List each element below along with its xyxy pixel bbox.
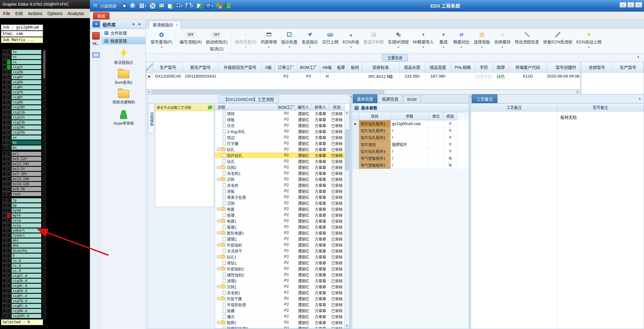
layer-row-bz13-10b[interactable]: bz13-10b — [3, 177, 42, 181]
toolbar-button-0[interactable]: 型号查询(P)▼ — [149, 31, 174, 49]
layer-row-sig9b[interactable]: sig9b — [3, 100, 42, 105]
layer-visibility-toggle[interactable] — [3, 140, 6, 145]
nav-back-icon[interactable]: ◄ — [131, 22, 135, 26]
layer-color-swatch[interactable] — [7, 293, 11, 298]
layer-row-sig8t[interactable]: sig8t — [3, 95, 42, 100]
layer-visibility-toggle[interactable] — [3, 293, 6, 298]
tree-row-22[interactable]: −外层蚀刻P2谭丽红方章章已审核 — [215, 242, 349, 248]
layer-color-swatch[interactable] — [7, 105, 11, 110]
sidebar-group-0[interactable]: 文件处理 — [102, 29, 146, 37]
tree-row-33[interactable]: 贴膜P2谭丽红方章章已审核 — [215, 308, 349, 314]
grid-col-16[interactable]: 型号创建时 — [547, 62, 580, 73]
layer-color-swatch[interactable] — [7, 299, 11, 303]
layer-color-swatch[interactable] — [7, 288, 11, 293]
grid-col-3[interactable]: S板 — [262, 62, 275, 73]
layer-row-ydkdrl[interactable]: ydkdrl — [3, 228, 42, 233]
layer-color-swatch[interactable] — [7, 203, 11, 208]
toolbar-button-1[interactable]: OFF编写流程(R) — [178, 31, 203, 45]
layer-color-swatch[interactable] — [7, 198, 11, 203]
tree-row-20[interactable]: −图形电镀1P2谭丽红方章章已审核 — [215, 230, 349, 236]
layer-row-bz7-10t[interactable]: bz7-10t — [3, 172, 42, 176]
layer-visibility-toggle[interactable] — [3, 135, 6, 140]
layer-color-swatch[interactable] — [7, 263, 11, 268]
layer-color-swatch[interactable] — [7, 248, 11, 253]
layer-color-swatch[interactable] — [7, 55, 11, 59]
tree-row-34[interactable]: 曝光P2谭丽红方章章已审核 — [215, 314, 349, 320]
layer-color-swatch[interactable] — [7, 167, 11, 171]
layer-row-cs-d[interactable]: cs.d — [3, 268, 42, 273]
layer-visibility-toggle[interactable] — [3, 125, 6, 130]
layer-row-to-d[interactable]: to.d — [3, 258, 42, 263]
dropdown-caret-icon[interactable]: ▼ — [501, 46, 504, 49]
layer-row-rout[interactable]: rout — [3, 192, 42, 196]
toolbar-button-13[interactable]: 数据对比▼ — [452, 31, 471, 49]
layer-visibility-toggle[interactable] — [3, 60, 6, 64]
layer-visibility-toggle[interactable] — [3, 283, 6, 288]
layer-color-swatch[interactable] — [7, 218, 11, 223]
grid-col-11[interactable]: 成品宽度 — [425, 62, 451, 73]
tree-row-27[interactable]: 碱性蚀刻2P2谭丽红方章章已审核 — [215, 272, 349, 278]
layer-row-dhb[interactable]: dhb — [3, 243, 42, 248]
dropdown-caret-icon[interactable]: ▾ — [212, 4, 213, 8]
layer-color-swatch[interactable] — [7, 140, 11, 145]
dropdown-caret-icon[interactable]: ▼ — [442, 46, 445, 49]
layer-color-swatch[interactable] — [7, 213, 11, 218]
info-row-selector[interactable] — [352, 148, 359, 155]
layer-row-bydd[interactable]: bydd — [3, 208, 42, 213]
apps-icon[interactable] — [175, 3, 180, 8]
layer-visibility-toggle[interactable] — [3, 309, 6, 313]
monitor-icon[interactable] — [206, 3, 211, 8]
taskbar-tool[interactable] — [150, 3, 155, 8]
layer-color-swatch[interactable] — [7, 60, 11, 64]
notebook-icon[interactable] — [225, 3, 230, 8]
toolbar-button-6[interactable]: 发送指示▼ — [300, 31, 319, 49]
layer-visibility-toggle[interactable] — [3, 85, 6, 90]
layer-row-sig4t-d[interactable]: sig4t.d — [3, 283, 42, 288]
grid-col-7[interactable]: 板厚 — [335, 62, 348, 73]
layer-row-bz3-5t[interactable]: bz3-5t — [3, 167, 42, 171]
tree-row-16[interactable]: −电镀P2谭丽红方章章已审核 — [215, 206, 349, 212]
tree-row-11[interactable]: −沉铜P2谭丽红方章章已审核 — [215, 176, 349, 182]
layer-color-swatch[interactable] — [7, 283, 11, 288]
layer-color-swatch[interactable] — [7, 182, 11, 186]
info-value-cell[interactable]: / — [391, 134, 429, 141]
layer-visibility-toggle[interactable] — [3, 65, 6, 69]
yx-app-icon[interactable] — [92, 32, 100, 40]
layer-row-sig14t[interactable]: sig14t — [3, 125, 42, 130]
layer-visibility-toggle[interactable] — [3, 228, 6, 233]
taskbar-tool[interactable] — [225, 3, 230, 8]
toolbar-button-8[interactable]: ECN升级▼ — [341, 31, 361, 49]
dropdown-caret-icon[interactable]: ▼ — [422, 46, 425, 49]
toolbar-button-3[interactable]: 保存信息(S)▼ — [233, 31, 258, 49]
layer-row-bz8-5b[interactable]: bz8-5b — [3, 187, 42, 191]
off-toggle[interactable]: OFF — [185, 32, 196, 37]
tree-row-26[interactable]: −外层蚀刻2P2谭丽红方章章已审核 — [215, 266, 349, 272]
info-row-6[interactable]: 导气垫板程序2/N — [352, 162, 469, 169]
info-value-cell[interactable]: / — [391, 127, 429, 134]
taskbar-tool[interactable] — [130, 3, 136, 8]
tree-col-4[interactable]: 状态 — [329, 104, 345, 111]
tree-col-1[interactable]: BOM工厂 — [278, 104, 295, 111]
layer-color-swatch[interactable] — [7, 278, 11, 283]
tree-vertical-scrollbar[interactable]: ▲ ▼ — [344, 111, 349, 328]
grid-col-6[interactable]: AB板 — [320, 62, 335, 73]
dropdown-caret-icon[interactable]: ▼ — [160, 46, 163, 49]
layer-color-swatch[interactable] — [7, 65, 11, 69]
layer-color-swatch[interactable] — [7, 268, 11, 273]
tree-row-12[interactable]: 去毛刺P2谭丽红方章章已审核 — [215, 182, 349, 188]
layer-row-sig9b-d[interactable]: sig9b.d — [3, 309, 42, 313]
tree-row-15[interactable]: 沉铜P2谭丽红方章章已审核 — [215, 200, 349, 206]
grid-col-12[interactable]: PNL规格 — [451, 62, 475, 73]
layer-row-tp[interactable]: tp — [3, 198, 42, 203]
expander-icon[interactable]: − — [217, 297, 220, 300]
info-row-0[interactable]: ▶铝片钻孔程序1gx12g00ca0.cviaY — [352, 120, 469, 127]
tree-row-17[interactable]: 板镀P2谭丽红方章章已审核 — [215, 212, 349, 218]
layer-visibility-toggle[interactable] — [3, 299, 6, 303]
layer-visibility-toggle[interactable] — [3, 218, 6, 223]
layer-color-swatch[interactable] — [7, 115, 11, 120]
taskbar-tool[interactable] — [122, 3, 127, 8]
sidebar-item-0[interactable]: 新流程指示 — [114, 48, 133, 65]
layer-row-d[interactable]: d — [3, 253, 42, 258]
scrollbar-thumb[interactable] — [43, 51, 45, 78]
layer-color-swatch[interactable] — [7, 309, 11, 313]
